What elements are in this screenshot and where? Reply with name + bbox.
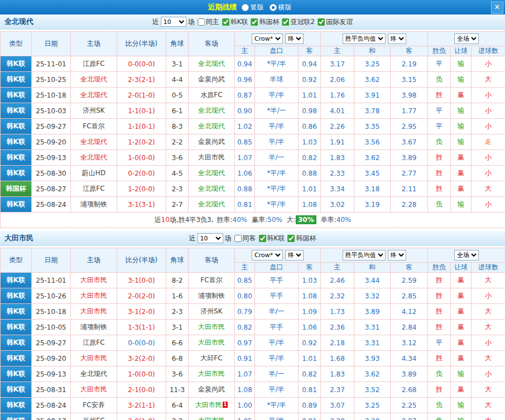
handicap-rate-label: 赢率: bbox=[252, 216, 267, 224]
scope-select[interactable]: 全场 bbox=[454, 33, 479, 44]
col-header-5: 客场 bbox=[189, 248, 235, 273]
filter-checkbox[interactable] bbox=[287, 235, 295, 242]
odds-source-select[interactable]: Crow* bbox=[252, 33, 283, 44]
home-odds-cell: 0.80 bbox=[235, 288, 255, 304]
filter-label: 同客 bbox=[243, 234, 256, 243]
filter-option-1[interactable]: 韩K联 bbox=[259, 234, 285, 243]
score-cell: 3-2(2-0) bbox=[117, 351, 166, 366]
date-cell: 25-10-03 bbox=[32, 103, 71, 119]
filter-checkbox[interactable] bbox=[222, 18, 229, 26]
odds-stage-select[interactable]: 终 bbox=[285, 33, 304, 44]
wdl-type-select[interactable]: 胜平负均值 bbox=[343, 250, 386, 260]
away-team-cell: 大邱FC bbox=[189, 351, 235, 366]
wdl-stage-select[interactable]: 终 bbox=[388, 33, 406, 44]
lose-odds-cell: 3.89 bbox=[391, 366, 428, 382]
away-team-cell: FC首尔 bbox=[189, 273, 235, 288]
league-cell: 韩K联 bbox=[1, 288, 32, 304]
away-odds-cell: 1.06 bbox=[299, 320, 321, 335]
section-team-2: 大田市民近10场同客韩K联韩国杯类型日期主场比分(半场)角球客场Crow*终胜平… bbox=[0, 231, 505, 420]
win-odds-cell: 2.46 bbox=[321, 273, 354, 288]
filter-option-2[interactable]: 韩国杯 bbox=[251, 17, 280, 27]
date-cell: 25-10-25 bbox=[32, 72, 71, 88]
handicap-result-cell: 赢 bbox=[451, 288, 472, 304]
handicap-result-cell: 输 bbox=[451, 366, 472, 382]
scope-select[interactable]: 全场 bbox=[454, 250, 479, 260]
filter-checkbox[interactable] bbox=[318, 18, 325, 26]
radio-vertical-label: 竖版 bbox=[251, 3, 264, 12]
filter-option-3[interactable]: 亚冠联2 bbox=[282, 17, 315, 27]
result-cell: 胜 bbox=[428, 320, 451, 335]
league-cell: 韩国杯 bbox=[1, 181, 32, 197]
match-row: 韩K联25-09-20大田市民3-2(2-0)6-8大邱FC0.91平/半1.0… bbox=[1, 351, 505, 366]
result-cell: 胜 bbox=[428, 382, 451, 398]
single-rate-label: 单率: bbox=[321, 216, 336, 224]
filter-option-0[interactable]: 同客 bbox=[234, 234, 256, 243]
filter-checkbox[interactable] bbox=[198, 18, 205, 26]
handicap-cell: *平/半 bbox=[255, 181, 299, 197]
match-count-select[interactable]: 10 bbox=[161, 17, 186, 27]
home-odds-cell: 0.94 bbox=[235, 56, 255, 72]
draw-odds-cell: 3.35 bbox=[354, 119, 391, 134]
home-odds-cell: 0.88 bbox=[235, 181, 255, 197]
summary-record: 场,胜4平3负3, bbox=[170, 216, 214, 224]
away-team-cell: 全北现代 bbox=[189, 181, 235, 197]
layout-vertical-radio[interactable]: 竖版 bbox=[242, 3, 264, 12]
filter-option-4[interactable]: 国际友谊 bbox=[318, 17, 353, 27]
draw-odds-cell: 3.62 bbox=[354, 366, 391, 382]
result-cell: 胜 bbox=[428, 273, 451, 288]
win-odds-cell: 2.29 bbox=[321, 413, 354, 420]
filter-option-1[interactable]: 韩K联 bbox=[222, 17, 248, 27]
handicap-cell: 平手 bbox=[255, 273, 299, 288]
lose-odds-cell: 3.89 bbox=[391, 150, 428, 166]
handicap-result-cell: 赢 bbox=[451, 320, 472, 335]
win-odds-cell: 2.36 bbox=[321, 320, 354, 335]
date-cell: 25-09-13 bbox=[32, 150, 71, 166]
sub-header-6: 胜负 bbox=[428, 263, 451, 273]
corner-cell: 3-6 bbox=[166, 150, 189, 166]
league-cell: 韩K联 bbox=[1, 335, 32, 351]
home-odds-cell: 0.97 bbox=[235, 335, 255, 351]
filter-label: 韩国杯 bbox=[259, 17, 280, 27]
corner-cell: 0-5 bbox=[166, 88, 189, 103]
filter-option-0[interactable]: 同主 bbox=[198, 17, 219, 27]
home-team-cell: 大田市民 bbox=[71, 304, 117, 320]
score-cell: 0-0(0-0) bbox=[117, 335, 166, 351]
filter-checkbox[interactable] bbox=[251, 18, 258, 26]
match-row: 韩K联25-09-27江原FC0-0(0-0)6-6大田市民0.97平/半0.9… bbox=[1, 335, 505, 351]
goals-cell: 小 bbox=[472, 56, 505, 72]
sub-header-2: 客 bbox=[299, 263, 321, 273]
win-odds-cell: 2.26 bbox=[321, 119, 354, 134]
home-odds-cell: 0.91 bbox=[235, 351, 255, 366]
filter-checkbox[interactable] bbox=[282, 18, 290, 26]
filter-label: 同主 bbox=[206, 17, 219, 27]
goals-cell: 大 bbox=[472, 413, 505, 420]
score-cell: 3-1(0-0) bbox=[117, 273, 166, 288]
layout-horizontal-radio[interactable]: 横版 bbox=[270, 3, 292, 12]
corner-cell: 2-3 bbox=[166, 304, 189, 320]
win-odds-cell: 3.34 bbox=[321, 181, 354, 197]
home-team-cell: 全北现代 bbox=[71, 88, 117, 103]
filter-checkbox[interactable] bbox=[234, 235, 242, 242]
odds-source-select[interactable]: Crow* bbox=[252, 250, 283, 260]
handicap-result-cell: 输 bbox=[451, 413, 472, 420]
filter-option-2[interactable]: 韩国杯 bbox=[287, 234, 316, 243]
score-cell: 2-0(1-0) bbox=[117, 88, 166, 103]
home-team-cell: 江原FC bbox=[71, 335, 117, 351]
home-odds-cell: 1.05 bbox=[235, 413, 255, 420]
away-odds-cell: 0.92 bbox=[299, 335, 321, 351]
home-odds-cell: 0.96 bbox=[235, 72, 255, 88]
handicap-result-cell: 赢 bbox=[451, 304, 472, 320]
wdl-type-select[interactable]: 胜平负均值 bbox=[343, 33, 386, 44]
home-odds-cell: 1.06 bbox=[235, 166, 255, 181]
odds-stage-select[interactable]: 终 bbox=[285, 250, 304, 260]
wdl-stage-select[interactable]: 终 bbox=[388, 250, 406, 260]
sub-header-3: 主 bbox=[321, 263, 354, 273]
result-cell: 负 bbox=[428, 72, 451, 88]
close-button[interactable]: ✕ bbox=[491, 2, 503, 14]
match-count-select[interactable]: 10 bbox=[198, 233, 223, 243]
corner-cell: 8-3 bbox=[166, 119, 189, 134]
filter-checkbox[interactable] bbox=[259, 235, 266, 242]
page-title: 近期战绩 bbox=[208, 2, 237, 12]
win-odds-cell: 1.73 bbox=[321, 304, 354, 320]
sub-header-0: 主 bbox=[235, 46, 255, 56]
